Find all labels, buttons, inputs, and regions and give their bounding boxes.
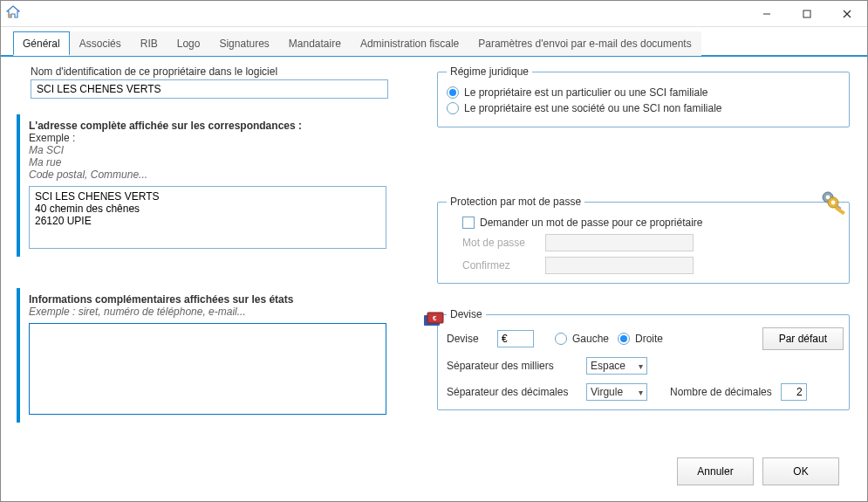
protection-legend: Protection par mot de passe [447, 196, 584, 208]
protection-checkbox-row[interactable]: Demander un mot de passe pour ce proprié… [462, 217, 840, 229]
devise-icon: € [422, 310, 445, 334]
tab-general[interactable]: Général [13, 31, 70, 56]
svg-rect-3 [803, 10, 810, 17]
tab-email-params[interactable]: Paramètres d'envoi par e-mail des docume… [468, 31, 701, 56]
svg-point-10 [831, 201, 836, 205]
address-block: L'adresse complète affichée sur les corr… [17, 114, 400, 257]
tab-strip: Général Associés RIB Logo Signatures Man… [1, 31, 867, 57]
tab-associes[interactable]: Associés [70, 31, 131, 56]
devise-label: Devise [447, 333, 489, 345]
titlebar [1, 1, 867, 27]
decimals-count-input[interactable] [781, 383, 807, 401]
password-label: Mot de passe [462, 237, 537, 249]
info-textarea[interactable] [29, 323, 386, 415]
address-example-line3: Code postal, Commune... [29, 168, 395, 181]
app-icon [6, 5, 20, 22]
tab-mandataire[interactable]: Mandataire [279, 31, 351, 56]
window: Général Associés RIB Logo Signatures Man… [0, 0, 868, 502]
radio-icon [447, 86, 459, 99]
tab-body: Nom d'identification de ce propriétaire … [1, 57, 867, 501]
decimal-sep-label: Séparateur des décimales [447, 386, 578, 398]
info-block-title: Informations complémentaires affichées s… [29, 293, 395, 306]
radio-icon [447, 102, 459, 114]
tab-signatures[interactable]: Signatures [209, 31, 278, 56]
regime-legend: Régime juridique [447, 65, 532, 78]
thousand-sep-select[interactable]: Espace [586, 357, 647, 375]
protection-fieldset: Protection par mot de passe [437, 196, 850, 284]
address-textarea[interactable] [29, 186, 386, 249]
maximize-button[interactable] [787, 1, 827, 27]
cancel-button[interactable]: Annuler [677, 457, 754, 485]
devise-symbol-input[interactable] [497, 330, 534, 347]
svg-text:€: € [433, 314, 437, 322]
checkbox-icon [462, 217, 475, 229]
thousand-sep-label: Séparateur des milliers [447, 360, 578, 372]
radio-icon [618, 333, 630, 345]
identification-input[interactable] [31, 79, 388, 99]
radio-icon [555, 333, 567, 345]
devise-legend: Devise [447, 308, 486, 320]
info-block-example: Exemple : siret, numéro de téléphone, e-… [29, 306, 395, 318]
info-block: Informations complémentaires affichées s… [17, 288, 400, 423]
regime-fieldset: Régime juridique Le propriétaire est un … [437, 65, 850, 127]
address-block-title: L'adresse complète affichée sur les corr… [29, 120, 395, 132]
address-example-line2: Ma rue [29, 156, 395, 168]
regime-option-societe[interactable]: Le propriétaire est une société ou une S… [447, 102, 840, 114]
ok-button[interactable]: OK [762, 457, 839, 485]
regime-option-particulier[interactable]: Le propriétaire est un particulier ou un… [447, 86, 840, 99]
right-column: Régime juridique Le propriétaire est un … [435, 65, 851, 423]
minimize-button[interactable] [747, 1, 787, 27]
left-column: Nom d'identification de ce propriétaire … [17, 65, 400, 423]
devise-position-right[interactable]: Droite [618, 333, 663, 345]
password-row: Mot de passe [462, 234, 840, 251]
confirm-row: Confirmez [462, 257, 840, 274]
devise-position-left[interactable]: Gauche [555, 333, 609, 345]
decimals-count-label: Nombre de décimales [670, 386, 772, 398]
identification-label: Nom d'identification de ce propriétaire … [31, 65, 400, 78]
decimal-sep-select[interactable]: Virgule [586, 383, 647, 401]
password-input [545, 234, 694, 251]
keys-icon [816, 187, 851, 224]
address-example-line1: Ma SCI [29, 144, 395, 156]
devise-fieldset: Devise € Par défaut Devise [437, 308, 850, 410]
dialog-footer: Annuler OK [17, 449, 851, 498]
devise-default-button[interactable]: Par défaut [762, 327, 844, 350]
close-button[interactable] [827, 1, 867, 27]
svg-rect-1 [9, 14, 11, 17]
tab-admin-fiscale[interactable]: Administration fiscale [351, 31, 468, 56]
tab-logo[interactable]: Logo [167, 31, 210, 56]
tab-rib[interactable]: RIB [131, 31, 167, 56]
address-example-label: Exemple : [29, 132, 395, 144]
confirm-label: Confirmez [462, 259, 537, 272]
confirm-input [545, 257, 694, 274]
